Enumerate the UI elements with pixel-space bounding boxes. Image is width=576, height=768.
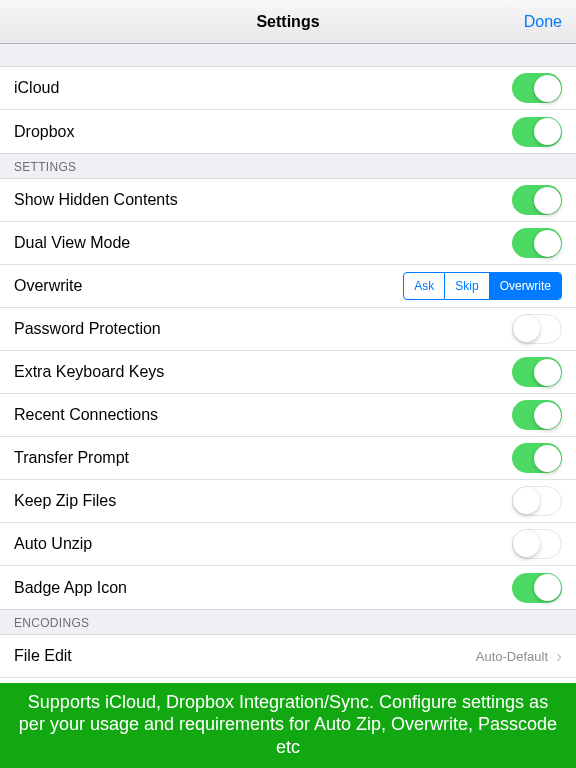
password-switch[interactable]: [512, 314, 562, 344]
dual-view-switch[interactable]: [512, 228, 562, 258]
keyboard-switch[interactable]: [512, 357, 562, 387]
dual-view-label: Dual View Mode: [14, 234, 512, 252]
transfer-switch[interactable]: [512, 443, 562, 473]
overwrite-ask[interactable]: Ask: [404, 273, 445, 299]
done-button[interactable]: Done: [524, 13, 562, 31]
keyboard-label: Extra Keyboard Keys: [14, 363, 512, 381]
recent-row[interactable]: Recent Connections: [0, 394, 576, 437]
cloud-group: iCloud Dropbox: [0, 66, 576, 154]
promo-banner: Supports iCloud, Dropbox Integration/Syn…: [0, 683, 576, 769]
fileedit-label: File Edit: [14, 647, 476, 665]
overwrite-overwrite[interactable]: Overwrite: [490, 273, 561, 299]
overwrite-row[interactable]: Overwrite Ask Skip Overwrite: [0, 265, 576, 308]
show-hidden-label: Show Hidden Contents: [14, 191, 512, 209]
chevron-right-icon: ›: [556, 647, 562, 665]
autounzip-switch[interactable]: [512, 529, 562, 559]
encodings-section-header: ENCODINGS: [0, 610, 576, 634]
transfer-row[interactable]: Transfer Prompt: [0, 437, 576, 480]
icloud-switch[interactable]: [512, 73, 562, 103]
header-bar: Settings Done: [0, 0, 576, 44]
overwrite-segmented[interactable]: Ask Skip Overwrite: [403, 272, 562, 300]
settings-group: Show Hidden Contents Dual View Mode Over…: [0, 178, 576, 610]
page-title: Settings: [256, 13, 319, 31]
overwrite-label: Overwrite: [14, 277, 403, 295]
badge-switch[interactable]: [512, 573, 562, 603]
recent-label: Recent Connections: [14, 406, 512, 424]
dropbox-switch[interactable]: [512, 117, 562, 147]
badge-row[interactable]: Badge App Icon: [0, 566, 576, 609]
dual-view-row[interactable]: Dual View Mode: [0, 222, 576, 265]
dropbox-label: Dropbox: [14, 123, 512, 141]
icloud-row[interactable]: iCloud: [0, 67, 576, 110]
show-hidden-row[interactable]: Show Hidden Contents: [0, 179, 576, 222]
settings-section-header: SETTINGS: [0, 154, 576, 178]
transfer-label: Transfer Prompt: [14, 449, 512, 467]
autounzip-row[interactable]: Auto Unzip: [0, 523, 576, 566]
keepzip-switch[interactable]: [512, 486, 562, 516]
keepzip-label: Keep Zip Files: [14, 492, 512, 510]
autounzip-label: Auto Unzip: [14, 535, 512, 553]
dropbox-row[interactable]: Dropbox: [0, 110, 576, 153]
overwrite-skip[interactable]: Skip: [445, 273, 489, 299]
keyboard-row[interactable]: Extra Keyboard Keys: [0, 351, 576, 394]
fileedit-row[interactable]: File Edit Auto-Default ›: [0, 635, 576, 678]
password-label: Password Protection: [14, 320, 512, 338]
fileedit-value: Auto-Default: [476, 649, 548, 664]
settings-content: iCloud Dropbox SETTINGS Show Hidden Cont…: [0, 44, 576, 768]
password-row[interactable]: Password Protection: [0, 308, 576, 351]
keepzip-row[interactable]: Keep Zip Files: [0, 480, 576, 523]
badge-label: Badge App Icon: [14, 579, 512, 597]
show-hidden-switch[interactable]: [512, 185, 562, 215]
recent-switch[interactable]: [512, 400, 562, 430]
icloud-label: iCloud: [14, 79, 512, 97]
